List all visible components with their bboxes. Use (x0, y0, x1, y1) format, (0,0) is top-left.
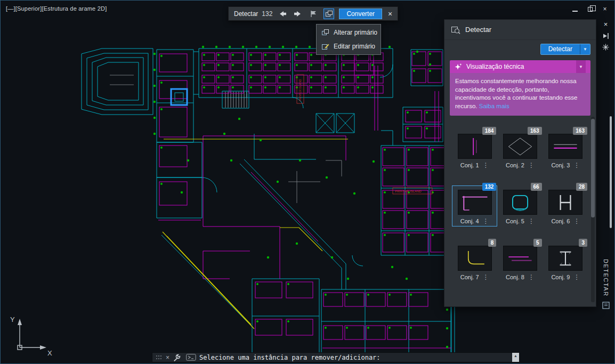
next-instance-button[interactable] (293, 9, 303, 19)
svg-text:PRINTER ISLAND: PRINTER ISLAND (395, 190, 422, 193)
command-bar-grip[interactable] (156, 355, 162, 360)
detection-sets-grid: 184 Conj. 1⋮ 163 Conj. 2⋮ 163 Conj. 3⋮ 1… (444, 117, 596, 285)
panel-scrollbar-thumb[interactable] (591, 119, 595, 217)
set-count-badge: 132 (482, 183, 497, 191)
toolbar-close-button[interactable]: × (388, 10, 392, 18)
edge-scrollbar[interactable] (610, 116, 612, 228)
detection-set-1[interactable]: 184 Conj. 1⋮ (452, 130, 497, 171)
set-thumbnail (503, 190, 537, 215)
tech-preview-header[interactable]: Visualização técnica ▼ (450, 60, 590, 73)
detect-panel: Detectar Detectar ▼ Visualização técnica… (444, 19, 596, 307)
window-controls: × (572, 6, 608, 12)
ucs-icon: Y X (7, 314, 56, 359)
command-prompt-text: Selecione uma instância para remover/adi… (199, 354, 381, 361)
set-thumbnail (458, 190, 492, 215)
command-prompt-icon (186, 354, 196, 361)
tech-preview-banner: Visualização técnica ▼ Estamos constante… (450, 60, 590, 116)
command-history-scrollbar[interactable]: ▲ (512, 353, 519, 362)
set-count-badge: 163 (573, 127, 587, 135)
detect-toolbar: Detectar 132 Converter × (228, 6, 398, 21)
customize-wrench-icon[interactable] (173, 354, 181, 361)
set-count-badge: 184 (482, 127, 497, 135)
convert-button[interactable]: Converter (339, 9, 382, 19)
detection-set-2[interactable]: 163 Conj. 2⋮ (497, 130, 543, 171)
detect-panel-icon (451, 25, 460, 35)
set-thumbnail (503, 246, 537, 271)
detect-dropdown-button[interactable]: ▼ (580, 44, 590, 54)
set-thumbnail (548, 246, 582, 271)
set-menu-button[interactable]: ⋮ (483, 218, 489, 224)
detect-panel-tab[interactable]: DETECTAR (603, 259, 609, 296)
banner-collapse-button[interactable]: ▼ (576, 60, 586, 73)
menu-item-alterar-primario[interactable]: Alterar primário (317, 26, 381, 39)
panel-anchor-icon[interactable] (602, 302, 610, 309)
sparkle-icon (455, 63, 462, 70)
command-input[interactable]: Selecione uma instância para remover/adi… (184, 353, 508, 362)
saiba-mais-link[interactable]: Saiba mais (479, 103, 509, 109)
set-count-badge: 8 (488, 239, 497, 247)
toolbar-title: Detectar (234, 10, 258, 18)
panel-header: Detectar (444, 20, 596, 40)
panel-options-button[interactable] (602, 44, 609, 51)
panel-autohide-button[interactable] (602, 33, 609, 39)
set-menu-button[interactable]: ⋮ (528, 218, 535, 224)
toolbar-count: 132 (262, 10, 272, 18)
detect-button[interactable]: Detectar ▼ (540, 44, 590, 55)
detection-set-9[interactable]: 3 Conj. 9⋮ (543, 241, 588, 282)
flag-instance-button[interactable] (308, 9, 319, 19)
set-count-badge: 163 (528, 127, 542, 135)
set-menu-button[interactable]: ⋮ (528, 274, 535, 280)
set-menu-button[interactable]: ⋮ (573, 218, 580, 224)
menu-item-editar-primario[interactable]: Editar primário (317, 39, 381, 53)
set-thumbnail (458, 246, 492, 271)
detect-button-row: Detectar ▼ (444, 40, 596, 58)
panel-edge-strip: × DETECTAR (598, 19, 613, 310)
detection-set-8[interactable]: 5 Conj. 8⋮ (497, 241, 543, 282)
detection-set-5[interactable]: 66 Conj. 5⋮ (497, 185, 543, 227)
set-thumbnail (458, 134, 492, 159)
set-menu-button[interactable]: ⋮ (573, 274, 580, 280)
set-thumbnail (503, 134, 537, 159)
set-count-badge: 3 (579, 239, 587, 247)
svg-text:PRINTER ISLAND: PRINTER ISLAND (298, 79, 302, 101)
restore-button[interactable] (587, 6, 593, 12)
set-menu-button[interactable]: ⋮ (573, 162, 580, 168)
set-menu-button[interactable]: ⋮ (528, 162, 535, 168)
window-close-button[interactable]: × (602, 6, 608, 12)
panel-close-button[interactable]: × (604, 20, 608, 28)
detection-set-4[interactable]: 132 Conj. 4⋮ (452, 185, 497, 227)
set-menu-button[interactable]: ⋮ (483, 274, 489, 280)
detection-set-7[interactable]: 8 Conj. 7⋮ (452, 241, 497, 282)
ucs-x-label: X (47, 349, 52, 357)
detection-set-6[interactable]: 28 Conj. 6⋮ (543, 185, 588, 227)
command-close-button[interactable]: × (166, 354, 169, 361)
set-menu-button[interactable]: ⋮ (483, 162, 489, 168)
primary-options-button[interactable] (323, 9, 334, 19)
tech-preview-body: Estamos constantemente melhorando nossa … (450, 73, 590, 116)
previous-instance-button[interactable] (277, 9, 288, 19)
set-count-badge: 66 (531, 183, 542, 191)
minimize-button[interactable] (572, 6, 578, 12)
command-line-bar: × Selecione uma instância para remover/a… (152, 352, 520, 362)
set-count-badge: 5 (533, 239, 542, 247)
detection-set-3[interactable]: 163 Conj. 3⋮ (543, 130, 588, 171)
edit-primary-icon (321, 43, 329, 50)
set-thumbnail (548, 190, 582, 215)
set-thumbnail (548, 134, 582, 159)
panel-scrollbar[interactable] (591, 117, 595, 302)
panel-title: Detectar (465, 26, 491, 34)
swap-primary-icon (321, 29, 329, 36)
set-count-badge: 28 (576, 183, 587, 191)
ucs-y-label: Y (10, 316, 15, 323)
primary-context-menu: Alterar primário Editar primário (316, 24, 381, 55)
viewport-controls-label[interactable]: [—][Superior][Estrutura de arame 2D] (6, 5, 107, 12)
